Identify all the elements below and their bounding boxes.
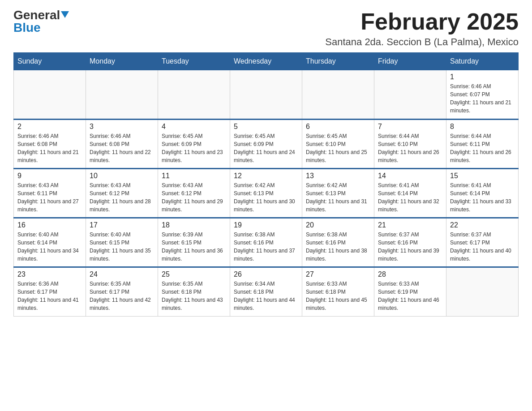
day-number: 16 [17,221,82,229]
table-row [86,70,158,120]
table-row: 11Sunrise: 6:43 AMSunset: 6:12 PMDayligh… [158,169,230,218]
location-subtitle: Santana 2da. Seccion B (La Palma), Mexic… [325,36,519,48]
day-number: 20 [306,221,370,229]
table-row: 21Sunrise: 6:37 AMSunset: 6:16 PMDayligh… [374,218,446,267]
day-info: Sunrise: 6:45 AMSunset: 6:10 PMDaylight:… [306,132,370,164]
table-row: 12Sunrise: 6:42 AMSunset: 6:13 PMDayligh… [230,169,302,218]
table-row: 28Sunrise: 6:33 AMSunset: 6:19 PMDayligh… [374,267,446,317]
table-row: 17Sunrise: 6:40 AMSunset: 6:15 PMDayligh… [86,218,158,267]
table-row: 14Sunrise: 6:41 AMSunset: 6:14 PMDayligh… [374,169,446,218]
calendar-table: Sunday Monday Tuesday Wednesday Thursday… [13,52,519,317]
day-number: 18 [162,221,226,229]
logo: General Blue [13,9,69,34]
table-row [374,70,446,120]
day-info: Sunrise: 6:45 AMSunset: 6:09 PMDaylight:… [162,132,226,164]
day-number: 10 [90,172,154,180]
day-info: Sunrise: 6:44 AMSunset: 6:10 PMDaylight:… [378,132,442,164]
table-row: 15Sunrise: 6:41 AMSunset: 6:14 PMDayligh… [446,169,519,218]
day-info: Sunrise: 6:41 AMSunset: 6:14 PMDaylight:… [378,181,442,214]
calendar-row: 23Sunrise: 6:36 AMSunset: 6:17 PMDayligh… [14,267,519,317]
day-info: Sunrise: 6:35 AMSunset: 6:18 PMDaylight:… [162,280,226,312]
header-monday: Monday [86,53,158,70]
day-info: Sunrise: 6:46 AMSunset: 6:08 PMDaylight:… [90,132,154,164]
calendar-row: 1Sunrise: 6:46 AMSunset: 6:07 PMDaylight… [14,70,519,120]
day-number: 5 [234,123,298,131]
day-number: 9 [17,172,82,180]
table-row: 18Sunrise: 6:39 AMSunset: 6:15 PMDayligh… [158,218,230,267]
day-info: Sunrise: 6:43 AMSunset: 6:12 PMDaylight:… [162,181,226,214]
day-number: 17 [90,221,154,229]
day-number: 2 [17,123,82,131]
day-number: 23 [17,270,82,278]
day-info: Sunrise: 6:42 AMSunset: 6:13 PMDaylight:… [306,181,370,214]
table-row: 25Sunrise: 6:35 AMSunset: 6:18 PMDayligh… [158,267,230,317]
day-number: 28 [378,270,442,278]
logo-arrow-icon [61,11,69,20]
table-row [230,70,302,120]
table-row: 9Sunrise: 6:43 AMSunset: 6:11 PMDaylight… [14,169,86,218]
table-row: 20Sunrise: 6:38 AMSunset: 6:16 PMDayligh… [302,218,374,267]
table-row: 27Sunrise: 6:33 AMSunset: 6:18 PMDayligh… [302,267,374,317]
table-row: 10Sunrise: 6:43 AMSunset: 6:12 PMDayligh… [86,169,158,218]
day-info: Sunrise: 6:37 AMSunset: 6:16 PMDaylight:… [378,231,442,263]
day-number: 14 [378,172,442,180]
day-info: Sunrise: 6:34 AMSunset: 6:18 PMDaylight:… [234,280,298,312]
header-saturday: Saturday [446,53,519,70]
table-row: 22Sunrise: 6:37 AMSunset: 6:17 PMDayligh… [446,218,519,267]
logo-blue-text: Blue [13,21,41,34]
day-number: 15 [450,172,515,180]
table-row: 24Sunrise: 6:35 AMSunset: 6:17 PMDayligh… [86,267,158,317]
day-number: 6 [306,123,370,131]
header-wednesday: Wednesday [230,53,302,70]
day-info: Sunrise: 6:42 AMSunset: 6:13 PMDaylight:… [234,181,298,214]
header-tuesday: Tuesday [158,53,230,70]
calendar-row: 2Sunrise: 6:46 AMSunset: 6:08 PMDaylight… [14,120,519,169]
day-info: Sunrise: 6:38 AMSunset: 6:16 PMDaylight:… [234,231,298,263]
header-friday: Friday [374,53,446,70]
day-info: Sunrise: 6:37 AMSunset: 6:17 PMDaylight:… [450,231,515,263]
logo-general-text: General [13,9,60,21]
calendar-row: 16Sunrise: 6:40 AMSunset: 6:14 PMDayligh… [14,218,519,267]
day-info: Sunrise: 6:36 AMSunset: 6:17 PMDaylight:… [17,280,82,312]
table-row [302,70,374,120]
day-number: 26 [234,270,298,278]
day-info: Sunrise: 6:33 AMSunset: 6:18 PMDaylight:… [306,280,370,312]
day-info: Sunrise: 6:43 AMSunset: 6:11 PMDaylight:… [17,181,82,214]
calendar-row: 9Sunrise: 6:43 AMSunset: 6:11 PMDaylight… [14,169,519,218]
table-row: 1Sunrise: 6:46 AMSunset: 6:07 PMDaylight… [446,70,519,120]
table-row: 26Sunrise: 6:34 AMSunset: 6:18 PMDayligh… [230,267,302,317]
month-year-title: February 2025 [325,9,519,34]
day-number: 3 [90,123,154,131]
table-row [446,267,519,317]
table-row: 4Sunrise: 6:45 AMSunset: 6:09 PMDaylight… [158,120,230,169]
day-number: 1 [450,73,515,81]
day-number: 7 [378,123,442,131]
day-number: 24 [90,270,154,278]
table-row: 5Sunrise: 6:45 AMSunset: 6:09 PMDaylight… [230,120,302,169]
day-info: Sunrise: 6:33 AMSunset: 6:19 PMDaylight:… [378,280,442,312]
day-info: Sunrise: 6:46 AMSunset: 6:07 PMDaylight:… [450,82,515,115]
table-row: 6Sunrise: 6:45 AMSunset: 6:10 PMDaylight… [302,120,374,169]
svg-marker-0 [61,11,69,18]
day-number: 4 [162,123,226,131]
day-info: Sunrise: 6:40 AMSunset: 6:14 PMDaylight:… [17,231,82,263]
day-number: 8 [450,123,515,131]
day-number: 12 [234,172,298,180]
day-info: Sunrise: 6:39 AMSunset: 6:15 PMDaylight:… [162,231,226,263]
table-row: 8Sunrise: 6:44 AMSunset: 6:11 PMDaylight… [446,120,519,169]
day-number: 11 [162,172,226,180]
day-number: 21 [378,221,442,229]
header-sunday: Sunday [14,53,86,70]
table-row: 16Sunrise: 6:40 AMSunset: 6:14 PMDayligh… [14,218,86,267]
day-info: Sunrise: 6:43 AMSunset: 6:12 PMDaylight:… [90,181,154,214]
day-number: 27 [306,270,370,278]
day-number: 22 [450,221,515,229]
table-row: 19Sunrise: 6:38 AMSunset: 6:16 PMDayligh… [230,218,302,267]
day-info: Sunrise: 6:45 AMSunset: 6:09 PMDaylight:… [234,132,298,164]
day-info: Sunrise: 6:38 AMSunset: 6:16 PMDaylight:… [306,231,370,263]
page-header: General Blue February 2025 Santana 2da. … [13,9,519,48]
day-info: Sunrise: 6:40 AMSunset: 6:15 PMDaylight:… [90,231,154,263]
table-row [158,70,230,120]
day-number: 13 [306,172,370,180]
table-row: 23Sunrise: 6:36 AMSunset: 6:17 PMDayligh… [14,267,86,317]
